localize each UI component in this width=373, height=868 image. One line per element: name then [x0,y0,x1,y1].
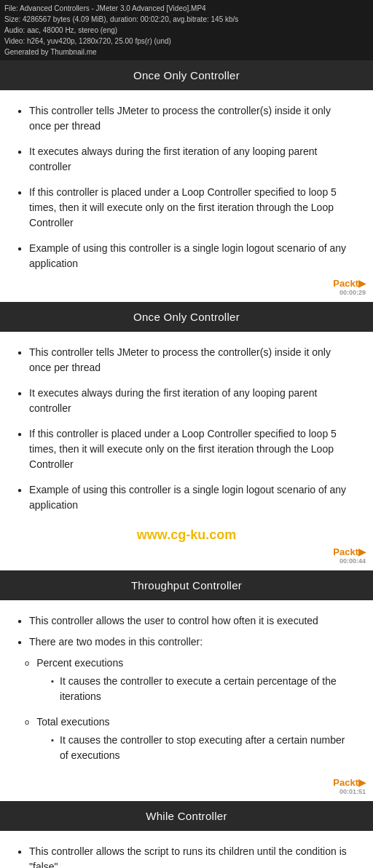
section1-content: This controller tells JMeter to process … [0,90,373,302]
section3-content: This controller allows the user to contr… [0,600,373,801]
section4-content: This controller allows the script to run… [0,831,373,868]
watermark: www.cg-ku.com [17,523,356,550]
section3-main-list: This controller allows the user to contr… [17,613,356,650]
section4-list: This controller allows the script to run… [17,844,356,868]
section3-sq-list2: It causes the controller to stop executi… [51,733,356,763]
section4-header: While Controller [0,801,373,831]
file-info-line2: Size: 4286567 bytes (4.09 MiB), duration… [4,14,369,25]
list-item: Example of using this controller is a si… [17,482,356,513]
section1-list: This controller tells JMeter to process … [17,103,356,271]
section2-content: This controller tells JMeter to process … [0,332,373,570]
packt-logo-2: Packt▶ 00:00:44 [333,546,366,565]
list-item: It executes always during the first iter… [17,386,356,416]
list-item: Example of using this controller is a si… [17,241,356,271]
packt-logo-3: Packt▶ 00:01:51 [333,777,366,795]
section2-header: Once Only Controller [0,302,373,332]
section3-sq-list: It causes the controller to execute a ce… [51,674,356,704]
file-info-line4: Video: h264, yuv420p, 1280x720, 25.00 fp… [4,36,369,47]
list-item: If this controller is placed under a Loo… [17,426,356,472]
timestamp-2: 00:00:44 [333,557,366,565]
list-item: This controller allows the user to contr… [17,613,356,629]
timestamp-3: 00:01:51 [333,788,366,795]
file-info-line1: File: Advanced Controllers - JMeter 3.0 … [4,3,369,14]
list-item: This controller tells JMeter to process … [17,103,356,134]
sub-list-item: Total executions It causes the controlle… [25,714,356,768]
list-item: There are two modes in this controller: [17,634,356,650]
timestamp-1: 00:00:29 [333,289,366,296]
sq-list-item: It causes the controller to stop executi… [51,733,356,763]
list-item: This controller tells JMeter to process … [17,345,356,375]
file-info-bar: File: Advanced Controllers - JMeter 3.0 … [0,0,373,60]
sub-list-item: Percent executions It causes the control… [25,656,356,709]
list-item: If this controller is placed under a Loo… [17,185,356,231]
file-info-line3: Audio: aac, 48000 Hz, stereo (eng) [4,25,369,36]
packt-logo-1: Packt▶ 00:00:29 [333,278,366,296]
section3-header: Throughput Controller [0,570,373,600]
section3-sub-list: Percent executions It causes the control… [17,656,356,768]
sq-list-item: It causes the controller to execute a ce… [51,674,356,704]
file-info-line5: Generated by Thumbnail.me [4,47,369,57]
list-item: It executes always during the first iter… [17,144,356,175]
section1-header: Once Only Controller [0,60,373,90]
section2-list: This controller tells JMeter to process … [17,345,356,513]
list-item: This controller allows the script to run… [17,844,356,868]
